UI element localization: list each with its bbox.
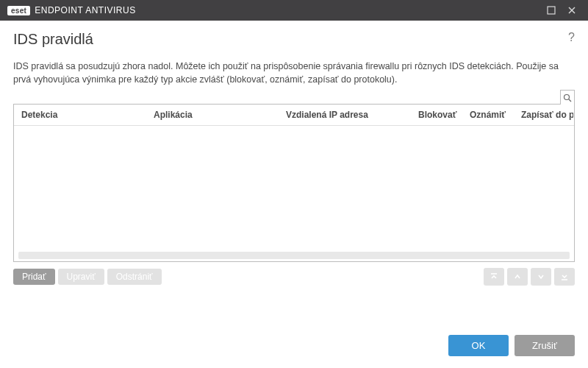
titlebar: eset ENDPOINT ANTIVIRUS: [0, 0, 588, 21]
rules-table: Detekcia Aplikácia Vzdialená IP adresa B…: [13, 104, 575, 262]
help-icon[interactable]: ?: [568, 31, 575, 44]
brand-text: ENDPOINT ANTIVIRUS: [35, 5, 135, 15]
horizontal-scrollbar[interactable]: [18, 252, 570, 259]
move-top-button: [484, 268, 504, 286]
header-row: IDS pravidlá ?: [13, 31, 575, 48]
edit-button: Upraviť: [58, 269, 104, 285]
ok-button[interactable]: OK: [448, 335, 509, 356]
move-bottom-button: [554, 268, 575, 286]
move-up-button: [507, 268, 528, 286]
svg-rect-0: [548, 7, 555, 14]
col-oznamit[interactable]: Oznámiť: [462, 105, 514, 125]
close-icon[interactable]: [562, 3, 582, 18]
col-aplikacia[interactable]: Aplikácia: [146, 105, 279, 125]
page-title: IDS pravidlá: [13, 31, 93, 48]
col-ip[interactable]: Vzdialená IP adresa: [279, 105, 411, 125]
toolbar: Pridať Upraviť Odstrániť: [13, 268, 575, 286]
svg-point-3: [564, 94, 570, 99]
col-detekcia[interactable]: Detekcia: [14, 105, 146, 125]
description-text: IDS pravidlá sa posudzujú zhora nadol. M…: [13, 60, 575, 86]
svg-line-4: [569, 99, 571, 102]
search-row: [13, 89, 575, 104]
footer: OK Zrušiť: [13, 325, 575, 368]
add-button[interactable]: Pridať: [13, 269, 55, 285]
col-zapisat[interactable]: Zapísať do protokolu: [514, 105, 574, 125]
search-icon[interactable]: [560, 90, 575, 105]
cancel-button[interactable]: Zrušiť: [514, 335, 575, 356]
move-down-button: [531, 268, 551, 286]
col-blokovat[interactable]: Blokovať: [411, 105, 462, 125]
delete-button: Odstrániť: [107, 269, 162, 285]
minimize-icon[interactable]: [541, 3, 562, 18]
table-body[interactable]: [14, 126, 574, 252]
content: IDS pravidlá ? IDS pravidlá sa posudzujú…: [0, 21, 588, 368]
table-header: Detekcia Aplikácia Vzdialená IP adresa B…: [14, 105, 574, 126]
brand-badge: eset: [7, 6, 30, 15]
